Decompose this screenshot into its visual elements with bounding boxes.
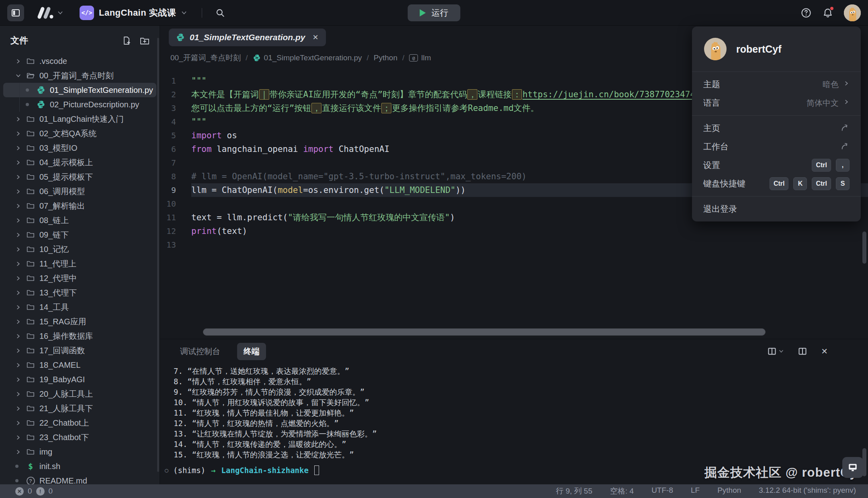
error-icon: ✕ (15, 487, 24, 496)
panel-header: 调试控制台 终端 ✕ (160, 339, 868, 363)
chevron-right-icon (15, 333, 24, 339)
menu-item-键盘快捷键[interactable]: 键盘快捷键CtrlKCtrlS (692, 174, 861, 193)
code-text (191, 238, 868, 252)
tree-item[interactable]: img (3, 445, 156, 459)
tree-item[interactable]: 17_回调函数 (3, 343, 156, 358)
menu-item-主题[interactable]: 主题暗色 (692, 75, 861, 94)
line-number: 12 (160, 224, 191, 238)
folder-icon (26, 433, 35, 442)
menu-item-设置[interactable]: 设置Ctrl, (692, 156, 861, 174)
run-button[interactable]: 运行 (408, 4, 461, 21)
tree-item[interactable]: 16_操作数据库 (3, 329, 156, 343)
code-token: 课程链接 (478, 90, 512, 99)
tree-item[interactable]: 22_Chatbot上 (3, 416, 156, 430)
tree-item[interactable]: .vscode (3, 54, 156, 68)
editor-tab[interactable]: 01_SimpleTextGeneration.py ✕ (169, 29, 326, 46)
folder-icon (26, 447, 35, 456)
tab-close-icon[interactable]: ✕ (313, 33, 319, 42)
tree-item[interactable]: 04_提示模板上 (3, 155, 156, 170)
status-item[interactable]: Python (717, 486, 741, 496)
menu-item-主页[interactable]: 主页 (692, 119, 861, 137)
sidebar-scrollbar[interactable] (157, 38, 159, 472)
tree-item[interactable]: 20_人脉工具上 (3, 387, 156, 401)
tree-item[interactable]: 10_记忆 (3, 242, 156, 256)
tree-item[interactable]: 01_SimpleTextGeneration.py (3, 83, 156, 97)
status-item[interactable]: UTF-8 (651, 486, 673, 496)
tree-item[interactable]: 03_模型IO (3, 141, 156, 155)
file-label: 17_回调函数 (39, 345, 85, 356)
toggle-sidebar-button[interactable] (7, 4, 24, 21)
code-token: ， (467, 89, 477, 100)
project-switcher[interactable]: </> LangChain 实战课 (80, 6, 187, 20)
chevron-right-icon (15, 275, 24, 281)
tree-item[interactable]: 19_BabyAGI (3, 372, 156, 387)
tree-item[interactable]: 15_RAG应用 (3, 314, 156, 329)
tree-item[interactable]: $init.sh (3, 459, 156, 473)
tree-item[interactable]: 11_代理上 (3, 256, 156, 271)
status-item[interactable]: 3.12.2 64-bit ('shims': pyenv) (759, 486, 856, 496)
panel-layout-button[interactable] (798, 346, 807, 356)
code-line[interactable]: 12print(text) (160, 224, 868, 238)
tree-item[interactable]: 07_解析输出 (3, 199, 156, 213)
chevron-right-icon (15, 174, 24, 180)
file-label: 07_解析输出 (39, 201, 85, 211)
tree-item[interactable]: 21_人脉工具下 (3, 401, 156, 416)
tab-debug-console[interactable]: 调试控制台 (174, 343, 227, 360)
remote-display-button[interactable] (842, 457, 863, 478)
terminal-output[interactable]: 7. “在情人节，送她红玫瑰，表达最浓烈的爱意。”8. “情人节，红玫瑰相伴，爱… (160, 363, 868, 476)
chevron-right-icon (15, 203, 24, 209)
line-number: 7 (160, 156, 191, 170)
status-item[interactable]: 行 9, 列 55 (556, 486, 592, 496)
tree-item[interactable]: 05_提示模板下 (3, 170, 156, 184)
status-item[interactable]: 空格: 4 (610, 486, 634, 496)
user-avatar[interactable] (844, 4, 861, 21)
problems-indicator[interactable]: ✕ 0 ! 0 (15, 487, 53, 496)
folder-glyph (26, 303, 35, 312)
folder-glyph (26, 346, 35, 355)
tree-item[interactable]: 18_CAMEL (3, 358, 156, 372)
tree-item[interactable]: 12_代理中 (3, 271, 156, 285)
menu-item-工作台[interactable]: 工作台 (692, 137, 861, 156)
file-label: .vscode (39, 57, 67, 66)
notifications-button[interactable] (822, 7, 833, 18)
close-panel-button[interactable]: ✕ (821, 346, 828, 356)
breadcrumb-item[interactable]: 01_SimpleTextGeneration.py (253, 53, 362, 62)
tree-item[interactable]: 14_工具 (3, 300, 156, 314)
prompt-status-circle: ○ (165, 467, 168, 474)
breadcrumb-item[interactable]: Python (374, 53, 397, 62)
tree-item[interactable]: 01_LangChain快速入门 (3, 112, 156, 126)
search-button[interactable] (215, 8, 225, 18)
chevron-glyph (15, 145, 21, 151)
new-folder-button[interactable] (139, 36, 150, 45)
code-token: # llm = OpenAI(model_name="gpt-3.5-turbo… (191, 172, 526, 181)
menu-item-语言[interactable]: 语言简体中文 (692, 94, 861, 112)
user-menu: robertCyf 主题暗色语言简体中文主页工作台设置Ctrl,键盘快捷键Ctr… (692, 27, 861, 221)
menu-item-退出登录[interactable]: 退出登录 (692, 200, 861, 218)
split-terminal-button[interactable] (767, 346, 784, 356)
folder-icon (26, 418, 35, 427)
tree-item[interactable]: 06_调用模型 (3, 184, 156, 199)
folder-open-icon (26, 71, 35, 80)
tree-item[interactable]: 13_代理下 (3, 285, 156, 300)
code-token: """ (191, 117, 207, 127)
tree-item[interactable]: 02_PictureDescription.py (3, 97, 156, 112)
breadcrumb-item[interactable]: @llm (409, 53, 431, 62)
editor-hscrollbar-thumb[interactable] (203, 328, 766, 336)
tree-item[interactable]: 08_链上 (3, 213, 156, 227)
editor-vscrollbar-thumb[interactable] (862, 232, 866, 264)
tree-item[interactable]: 09_链下 (3, 227, 156, 242)
breadcrumb-item[interactable]: 00_开篇词_奇点时刻 (170, 53, 241, 63)
monitor-icon (848, 462, 858, 473)
tree-item[interactable]: 23_Chatbot下 (3, 430, 156, 445)
tree-item[interactable]: 00_开篇词_奇点时刻 (3, 68, 156, 83)
help-button[interactable] (800, 7, 812, 18)
file-label: 19_BabyAGI (39, 375, 85, 384)
code-line[interactable]: 13 (160, 238, 868, 252)
app-logo[interactable] (34, 6, 63, 20)
new-file-button[interactable] (122, 36, 131, 45)
status-item[interactable]: LF (691, 486, 700, 496)
chevron-down-icon (778, 348, 784, 354)
external-link-icon (841, 124, 850, 133)
tree-item[interactable]: 02_文档QA系统 (3, 126, 156, 141)
tab-terminal[interactable]: 终端 (237, 343, 266, 360)
